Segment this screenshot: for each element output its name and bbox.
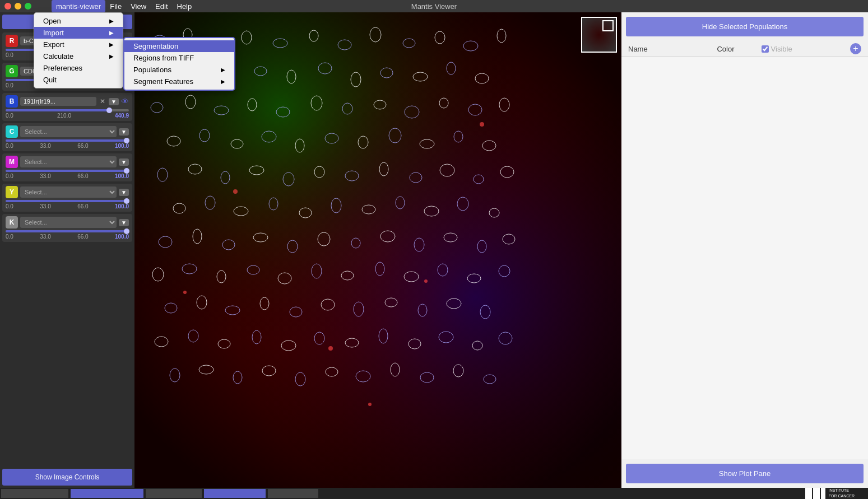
- svg-rect-137: [805, 488, 812, 499]
- channel-dropdown-c[interactable]: ▼: [119, 128, 129, 136]
- channel-dropdown-k[interactable]: ▼: [119, 219, 129, 226]
- channel-slider-m[interactable]: [6, 170, 129, 172]
- menu-file[interactable]: File: [105, 0, 126, 12]
- svg-point-132: [424, 279, 428, 283]
- channel-values-y: 0.0 33.0 66.0 100.0: [6, 203, 129, 209]
- segment-features-arrow-icon: ▶: [221, 78, 225, 85]
- channel-dropdown-y[interactable]: ▼: [119, 189, 129, 196]
- titlebar: mantis-viewer File View Edit Help Mantis…: [0, 0, 868, 12]
- close-button[interactable]: [4, 3, 11, 10]
- menu-edit[interactable]: Edit: [151, 0, 172, 12]
- channel-color-m[interactable]: M: [6, 156, 18, 168]
- taskbar-segment-2: [71, 489, 143, 498]
- channel-dropdown-b[interactable]: ▼: [109, 98, 119, 105]
- apple-menu[interactable]: [38, 0, 47, 12]
- visible-checkbox[interactable]: [762, 45, 769, 53]
- channel-slider-c[interactable]: [6, 139, 129, 142]
- channel-color-g[interactable]: G: [6, 65, 18, 77]
- channel-name-b: 191Ir(Ir19...: [20, 97, 96, 106]
- channel-header-c: C Select... ▼: [6, 125, 129, 138]
- svg-point-136: [368, 403, 372, 406]
- show-image-controls-button[interactable]: Show Image Controls: [2, 469, 132, 486]
- channel-color-y[interactable]: Y: [6, 186, 18, 198]
- channel-color-b[interactable]: B: [6, 95, 18, 108]
- right-panel: Hide Selected Populations Name Color Vis…: [621, 12, 868, 488]
- svg-rect-138: [813, 488, 820, 499]
- channel-color-r[interactable]: R: [6, 35, 18, 47]
- channel-values-k: 0.0 33.0 66.0 100.0: [6, 234, 129, 240]
- populations-content: [621, 57, 868, 459]
- taskbar: PARKERINSTITUTEFOR CANCERIMMUNOTHERAPY: [0, 488, 868, 499]
- import-segmentation[interactable]: Segmentation: [124, 40, 234, 52]
- channel-slider-fill-b: [6, 109, 110, 111]
- channel-select-c[interactable]: Select...: [20, 126, 117, 137]
- svg-point-135: [480, 122, 484, 127]
- channel-dropdown-m[interactable]: ▼: [119, 158, 129, 166]
- menu-help[interactable]: Help: [173, 0, 197, 12]
- import-populations[interactable]: Populations ▶: [124, 64, 234, 76]
- populations-col-visible: Visible: [762, 45, 850, 53]
- menu-mantis-viewer[interactable]: mantis-viewer: [52, 0, 105, 12]
- channel-header-m: M Select... ▼: [6, 156, 129, 168]
- channel-header-b: B 191Ir(Ir19... ✕ ▼ 👁: [6, 95, 129, 108]
- menu-import[interactable]: Import ▶: [34, 27, 123, 39]
- minimize-button[interactable]: [15, 3, 21, 10]
- main-menu-dropdown: Open ▶ Import ▶ Export ▶ Calculate ▶ Pre…: [34, 12, 123, 88]
- channel-color-k[interactable]: K: [6, 216, 18, 228]
- menu-calculate[interactable]: Calculate ▶: [34, 50, 123, 62]
- channel-slider-k[interactable]: [6, 230, 129, 232]
- channel-header-y: Y Select... ▼: [6, 186, 129, 198]
- channel-slider-fill-c: [6, 139, 129, 142]
- maximize-button[interactable]: [25, 3, 31, 10]
- taskbar-segment-4: [204, 489, 266, 498]
- taskbar-segment-5: [268, 489, 318, 498]
- mini-map[interactable]: [581, 17, 617, 53]
- menu-export[interactable]: Export ▶: [34, 39, 123, 50]
- import-arrow-icon: ▶: [109, 30, 114, 36]
- parker-logo-text: PARKERINSTITUTEFOR CANCERIMMUNOTHERAPY: [829, 488, 864, 499]
- channel-slider-fill-k: [6, 230, 129, 232]
- menu-bar: mantis-viewer File View Edit Help: [38, 0, 196, 12]
- hide-selected-populations-button[interactable]: Hide Selected Populations: [626, 17, 864, 36]
- mini-map-viewport: [602, 20, 614, 31]
- channel-select-k[interactable]: Select...: [20, 217, 117, 228]
- taskbar-segment-3: [146, 489, 202, 498]
- channel-row-k: K Select... ▼ 0.0 33.0 66.0 100.0: [2, 214, 132, 242]
- channel-close-b[interactable]: ✕: [99, 97, 106, 105]
- channel-visibility-b[interactable]: 👁: [121, 97, 129, 106]
- channel-row-y: Y Select... ▼ 0.0 33.0 66.0 100.0: [2, 184, 132, 212]
- menu-open[interactable]: Open ▶: [34, 15, 123, 27]
- channel-values-c: 0.0 33.0 66.0 100.0: [6, 143, 129, 149]
- add-population-button[interactable]: +: [850, 43, 861, 54]
- calculate-arrow-icon: ▶: [109, 53, 114, 59]
- import-regions-from-tiff[interactable]: Regions from TIFF: [124, 52, 234, 64]
- populations-col-color: Color: [717, 45, 761, 53]
- channel-color-c[interactable]: C: [6, 125, 18, 138]
- window-title: Mantis Viewer: [411, 2, 457, 11]
- populations-arrow-icon: ▶: [221, 67, 225, 73]
- channel-select-m[interactable]: Select...: [20, 156, 117, 167]
- populations-table-header: Name Color Visible +: [621, 41, 868, 57]
- channel-slider-fill-y: [6, 200, 129, 202]
- svg-point-133: [328, 346, 333, 351]
- parker-logo-area: PARKERINSTITUTEFOR CANCERIMMUNOTHERAPY: [805, 488, 868, 499]
- menu-preferences[interactable]: Preferences: [34, 62, 123, 74]
- channel-slider-y[interactable]: [6, 200, 129, 202]
- svg-rect-139: [821, 488, 825, 499]
- channel-values-b: 0.0 210.0 440.9: [6, 113, 129, 119]
- main-dropdown: Open ▶ Import ▶ Export ▶ Calculate ▶ Pre…: [34, 12, 123, 88]
- channel-select-y[interactable]: Select...: [20, 186, 117, 198]
- svg-point-131: [233, 189, 238, 194]
- parker-logo-icon: [805, 488, 825, 499]
- menu-view[interactable]: View: [126, 0, 151, 12]
- taskbar-segment-1: [1, 489, 68, 498]
- channel-values-m: 0.0 33.0 66.0 100.0: [6, 173, 129, 179]
- show-plot-pane-button[interactable]: Show Plot Pane: [626, 464, 864, 483]
- import-submenu: Segmentation Regions from TIFF Populatio…: [123, 37, 235, 91]
- channel-slider-b[interactable]: [6, 109, 129, 111]
- open-arrow-icon: ▶: [109, 18, 114, 24]
- menu-quit[interactable]: Quit: [34, 74, 123, 86]
- channel-header-k: K Select... ▼: [6, 216, 129, 228]
- window-controls[interactable]: [4, 3, 31, 10]
- import-segment-features[interactable]: Segment Features ▶: [124, 76, 234, 87]
